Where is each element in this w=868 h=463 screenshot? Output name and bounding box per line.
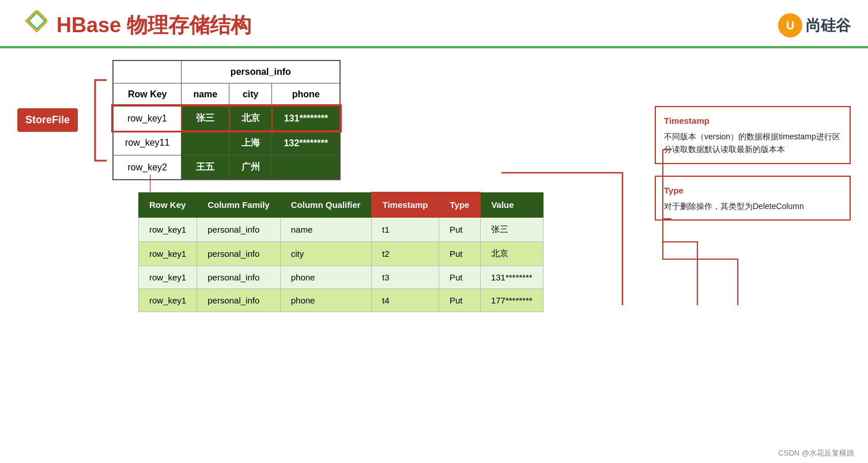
ph-row-key: row_key1 <box>139 241 197 265</box>
ph-col-qualifier: phone <box>280 265 371 289</box>
phone-data-cell: 132******** <box>272 131 341 155</box>
ph-timestamp: t3 <box>372 265 439 289</box>
ph-type: Put <box>439 241 480 265</box>
col-headers-row: Row Key name city phone <box>113 84 340 107</box>
timestamp-annotation: Timestamp 不同版本（version）的数据根据timestamp进行区… <box>655 106 851 164</box>
ph-timestamp-header: Timestamp <box>372 192 439 217</box>
physical-table: Row Key Column Family Column Qualifier T… <box>138 192 544 312</box>
table-row: row_key1 personal_info phone t4 Put 177*… <box>139 289 544 312</box>
ph-value: 北京 <box>480 241 543 265</box>
timestamp-annotation-body: 不同版本（version）的数据根据timestamp进行区分读取数据默认读取最… <box>664 130 841 156</box>
row-key-col-header: Row Key <box>113 84 182 107</box>
ph-type-header: Type <box>439 192 480 217</box>
table-row: row_key2 王五 广州 <box>113 155 340 180</box>
phone-data-cell: 131******** <box>272 106 341 131</box>
ph-row-key: row_key1 <box>139 265 197 289</box>
ph-col-qualifier: name <box>280 217 371 241</box>
type-annotation-body: 对于删除操作，其类型为DeleteColumn <box>664 200 841 212</box>
ph-row-key: row_key1 <box>139 289 197 312</box>
logical-table: personal_info Row Key name city phone ro… <box>112 60 341 180</box>
ph-row-key-header: Row Key <box>139 192 197 217</box>
ph-col-qualifier-header: Column Qualifier <box>280 192 371 217</box>
ph-value: 张三 <box>480 217 543 241</box>
name-col-header: name <box>182 84 229 107</box>
page-title: HBase 物理存储结构 <box>56 12 251 40</box>
timestamp-annotation-title: Timestamp <box>664 114 841 128</box>
ph-type: Put <box>439 265 480 289</box>
ph-col-family-header: Column Family <box>197 192 281 217</box>
down-connector <box>150 174 184 192</box>
ph-type: Put <box>439 217 480 241</box>
row-key-cell: row_key1 <box>113 106 182 131</box>
header-left: HBase 物理存储结构 <box>17 10 251 40</box>
city-data-cell: 广州 <box>229 155 272 180</box>
left-section: StoreFile personal_info Row Key name cit… <box>17 60 643 312</box>
right-annotations: Timestamp 不同版本（version）的数据根据timestamp进行区… <box>655 60 851 312</box>
city-col-header: city <box>229 84 272 107</box>
ph-col-family: personal_info <box>197 265 281 289</box>
ph-value-header: Value <box>480 192 543 217</box>
phone-col-header: phone <box>272 84 341 107</box>
page-header: HBase 物理存储结构 U 尚硅谷 <box>0 0 868 48</box>
city-data-cell: 北京 <box>229 106 272 131</box>
ph-row-key: row_key1 <box>139 217 197 241</box>
brand-logo: U 尚硅谷 <box>778 13 851 37</box>
phone-empty-cell <box>272 155 341 180</box>
ph-col-qualifier: phone <box>280 289 371 312</box>
name-empty-cell <box>182 131 229 155</box>
name-data-cell: 张三 <box>182 106 229 131</box>
watermark: CSDN @水花反复横跳 <box>778 448 854 458</box>
brand-name: 尚硅谷 <box>806 16 851 36</box>
city-data-cell: 上海 <box>229 131 272 155</box>
ph-value: 177******** <box>480 289 543 312</box>
col-family-row: personal_info <box>113 60 340 84</box>
main-content: StoreFile personal_info Row Key name cit… <box>0 48 868 324</box>
storefile-label: StoreFile <box>17 108 78 132</box>
ph-timestamp: t4 <box>372 289 439 312</box>
ph-col-family: personal_info <box>197 241 281 265</box>
type-annotation-title: Type <box>664 184 841 198</box>
ph-value: 131******** <box>480 265 543 289</box>
connector-bracket <box>89 74 112 166</box>
table-row: row_key1 张三 北京 131******** <box>113 106 340 131</box>
table-row: row_key1 personal_info city t2 Put 北京 <box>139 241 544 265</box>
ph-col-family: personal_info <box>197 289 281 312</box>
ph-timestamp: t1 <box>372 217 439 241</box>
table-row: row_key1 personal_info name t1 Put 张三 <box>139 217 544 241</box>
table-row: row_key1 personal_info phone t3 Put 131*… <box>139 265 544 289</box>
physical-table-area: Row Key Column Family Column Qualifier T… <box>81 192 643 312</box>
logical-area: StoreFile personal_info Row Key name cit… <box>17 60 643 180</box>
logo-icon <box>17 10 47 40</box>
ph-type: Put <box>439 289 480 312</box>
physical-table-header-row: Row Key Column Family Column Qualifier T… <box>139 192 544 217</box>
row-key-cell: row_key11 <box>113 131 182 155</box>
ph-timestamp: t2 <box>372 241 439 265</box>
row-key-header-empty <box>113 60 182 84</box>
ph-col-qualifier: city <box>280 241 371 265</box>
type-annotation: Type 对于删除操作，其类型为DeleteColumn <box>655 176 851 221</box>
col-family-header: personal_info <box>182 60 340 84</box>
name-data-cell: 王五 <box>182 155 229 180</box>
ph-col-family: personal_info <box>197 217 281 241</box>
table-row: row_key11 上海 132******** <box>113 131 340 155</box>
brand-icon: U <box>778 13 802 37</box>
